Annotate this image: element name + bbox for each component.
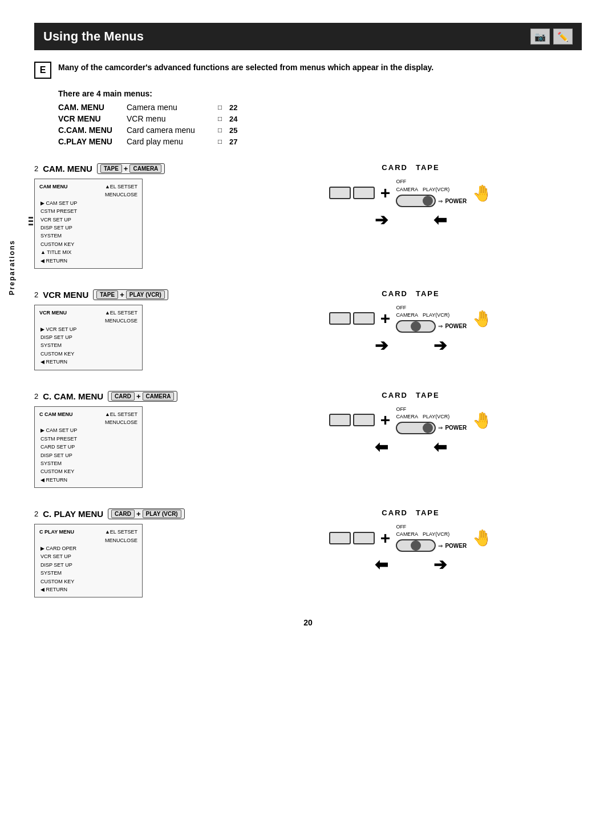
section-ccam-badge: CARD + CAMERA bbox=[108, 391, 177, 402]
screen-item: ▶ CARD OPER bbox=[39, 544, 137, 552]
menu-list: There are 4 main menus: CAM. MENU Camera… bbox=[58, 89, 582, 147]
card-btn-4[interactable] bbox=[329, 532, 351, 544]
section-ccam-num: 2 bbox=[34, 392, 38, 401]
card-btn-1[interactable] bbox=[329, 187, 351, 199]
switch-body-3[interactable] bbox=[396, 422, 436, 434]
section-vcr-num: 2 bbox=[34, 290, 38, 299]
camera-badge: CAMERA bbox=[129, 164, 161, 173]
menu-table-row: VCR MENU VCR menu □ 24 bbox=[58, 113, 241, 124]
section-vcr-screen: VCR MENU ▲EL SETSET MENUCLOSE ▶ VCR SET … bbox=[34, 305, 143, 370]
screen-item: DISP SET UP bbox=[39, 451, 137, 459]
power-label-3: POWER bbox=[445, 425, 467, 431]
section-vcr-right: CARD TAPE + OFF CAMERA PLA bbox=[240, 289, 582, 355]
section-ccam-title: 2 C. CAM. MENU CARD + CAMERA bbox=[34, 391, 228, 402]
screen-item: ▶ CAM SET UP bbox=[39, 426, 137, 434]
menu-key: CAM. MENU bbox=[58, 102, 127, 113]
section-vcr-title: 2 VCR MENU TAPE + PLAY (VCR) bbox=[34, 289, 228, 300]
card-tape-label-2: CARD TAPE bbox=[382, 289, 439, 298]
section-cam-right: CARD TAPE + OFF CAMERA PLA bbox=[240, 163, 582, 229]
screen-item: ◀ RETURN bbox=[39, 358, 137, 366]
sidebar-label: Preparations bbox=[8, 240, 16, 295]
hand-icon-3: 🤚 bbox=[472, 411, 492, 430]
section-cplay-name: C. PLAY MENU bbox=[43, 509, 103, 519]
switch-group-1: OFF CAMERA PLAY(VCR) ⇒ POWER bbox=[396, 179, 467, 207]
screen-item: DISP SET UP bbox=[39, 561, 137, 569]
section-ccam-menu: 2 C. CAM. MENU CARD + CAMERA C CAM MENU … bbox=[34, 391, 582, 488]
screen-item: SYSTEM bbox=[39, 232, 137, 240]
switch-body-4[interactable] bbox=[396, 539, 436, 552]
card-tape-buttons-4 bbox=[329, 532, 375, 544]
camera-badge-3: CAMERA bbox=[143, 392, 175, 401]
menu-desc: Card camera menu bbox=[127, 124, 218, 136]
switch-labels-1: OFF bbox=[396, 179, 406, 184]
tape-badge: TAPE bbox=[100, 164, 122, 173]
menu-table-row: C.PLAY MENU Card play menu □ 27 bbox=[58, 136, 241, 147]
power-label-2: POWER bbox=[445, 323, 467, 329]
tape-btn-1[interactable] bbox=[353, 187, 375, 199]
section-ccam-name: C. CAM. MENU bbox=[43, 391, 103, 401]
switch-bar-2: ⇒ POWER bbox=[396, 320, 467, 333]
screen-item: CUSTOM KEY bbox=[39, 578, 137, 585]
switch-bar-4: ⇒ POWER bbox=[396, 539, 467, 552]
intro-row: E Many of the camcorder's advanced funct… bbox=[34, 62, 582, 79]
switch-body-1[interactable] bbox=[396, 195, 436, 207]
menu-icon: □ bbox=[218, 136, 229, 147]
section-vcr-badge: TAPE + PLAY (VCR) bbox=[93, 289, 168, 300]
diagram-cam: + OFF CAMERA PLAY(VCR) ⇒ POWER bbox=[329, 179, 492, 207]
vcr-screen-elset: ▲EL SETSET MENUCLOSE bbox=[105, 309, 137, 325]
section-cam-num: 2 bbox=[34, 164, 38, 173]
cplay-screen-title: C PLAY MENU bbox=[39, 528, 74, 544]
switch-thumb-3 bbox=[423, 423, 433, 433]
section-cam-menu: 2 CAM. MENU TAPE + CAMERA CAM MENU ▲EL S… bbox=[34, 163, 582, 269]
page: Preparations Using the Menus 📷 ✏️ E Many… bbox=[0, 0, 616, 840]
screen-item: VCR SET UP bbox=[39, 552, 137, 560]
ccam-screen-title: C CAM MENU bbox=[39, 410, 73, 427]
section-cam-name: CAM. MENU bbox=[43, 164, 92, 173]
diagram-ccam: + OFF CAMERA PLAY(VCR) ⇒ POWER bbox=[329, 406, 492, 434]
plus-3: + bbox=[380, 410, 391, 430]
screen-item: CUSTOM KEY bbox=[39, 240, 137, 248]
header-icons: 📷 ✏️ bbox=[530, 29, 573, 45]
tape-btn-4[interactable] bbox=[353, 532, 375, 544]
arrow-right-4: ➔ bbox=[433, 555, 447, 574]
menu-desc: VCR menu bbox=[127, 113, 218, 124]
intro-text: Many of the camcorder's advanced functio… bbox=[58, 62, 433, 74]
arrow-left-4: ⬅ bbox=[375, 555, 388, 574]
menu-page: 24 bbox=[229, 113, 241, 124]
section-cplay-menu: 2 C. PLAY MENU CARD + PLAY (VCR) C PLAY … bbox=[34, 508, 582, 597]
arrow-right-2b: ➔ bbox=[433, 336, 447, 355]
switch-body-2[interactable] bbox=[396, 320, 436, 333]
page-header: Using the Menus 📷 ✏️ bbox=[34, 23, 582, 50]
section-cplay-left: 2 C. PLAY MENU CARD + PLAY (VCR) C PLAY … bbox=[34, 508, 228, 597]
menu-list-title: There are 4 main menus: bbox=[58, 89, 582, 98]
menu-key: C.CAM. MENU bbox=[58, 124, 127, 136]
cam-screen-title: CAM MENU bbox=[39, 183, 68, 199]
screen-item: ◀ RETURN bbox=[39, 585, 137, 593]
card-tape-buttons-2 bbox=[329, 312, 375, 325]
card-tape-label-4: CARD TAPE bbox=[382, 508, 439, 517]
section-cplay-title: 2 C. PLAY MENU CARD + PLAY (VCR) bbox=[34, 508, 228, 519]
arrow-row-1: ➔ ⬅ bbox=[375, 211, 447, 229]
tape-btn-3[interactable] bbox=[353, 414, 375, 426]
switch-thumb-1 bbox=[423, 196, 433, 206]
card-tape-buttons-3 bbox=[329, 414, 375, 426]
section-vcr-left: 2 VCR MENU TAPE + PLAY (VCR) VCR MENU ▲E… bbox=[34, 289, 228, 370]
menu-key: C.PLAY MENU bbox=[58, 136, 127, 147]
section-cam-title: 2 CAM. MENU TAPE + CAMERA bbox=[34, 163, 228, 174]
card-btn-2[interactable] bbox=[329, 312, 351, 325]
cplay-screen-elset: ▲EL SETSET MENUCLOSE bbox=[105, 528, 137, 544]
hand-icon-2: 🤚 bbox=[472, 309, 492, 328]
arrow-right-1: ➔ bbox=[375, 211, 388, 229]
card-btn-3[interactable] bbox=[329, 414, 351, 426]
tape-badge-2: TAPE bbox=[96, 290, 118, 299]
camera-icon-box: 📷 bbox=[530, 29, 550, 45]
ccam-screen-elset: ▲EL SETSET MENUCLOSE bbox=[105, 410, 137, 427]
card-tape-label-1: CARD TAPE bbox=[382, 163, 439, 172]
switch-group-4: OFF CAMERA PLAY(VCR) ⇒ POWER bbox=[396, 524, 467, 552]
switch-group-3: OFF CAMERA PLAY(VCR) ⇒ POWER bbox=[396, 406, 467, 434]
hand-icon-1: 🤚 bbox=[472, 184, 492, 203]
section-vcr-name: VCR MENU bbox=[43, 290, 88, 300]
tape-btn-2[interactable] bbox=[353, 312, 375, 325]
menu-desc: Camera menu bbox=[127, 102, 218, 113]
menu-icon: □ bbox=[218, 102, 229, 113]
